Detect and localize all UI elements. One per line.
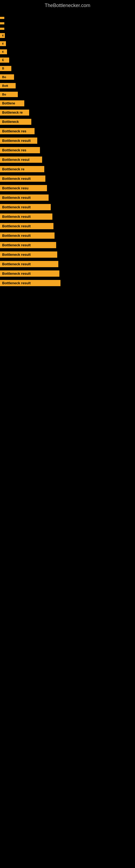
bottleneck-label: Bottleneck re	[0, 166, 44, 172]
list-item: Bottleneck result	[0, 136, 135, 145]
list-item: Bottleneck result	[0, 278, 135, 288]
bottleneck-label: E	[0, 33, 5, 38]
list-item: Bottleneck re	[0, 108, 135, 117]
list-item: Bottleneck result	[0, 193, 135, 203]
bottleneck-label: Bottleneck result	[0, 176, 45, 182]
list-item: Bottleneck re	[0, 164, 135, 174]
list-item: Bottleneck result	[0, 231, 135, 240]
bottleneck-label: E	[0, 58, 9, 63]
list-item: Bottleneck result	[0, 221, 135, 231]
list-item: Bottleneck	[0, 117, 135, 126]
bottleneck-label: Bottleneck result	[0, 280, 60, 286]
list-item: Bottleneck result	[0, 212, 135, 221]
bottleneck-label: Bottleneck result	[0, 194, 49, 201]
bottleneck-label: Bottleneck res	[0, 147, 40, 153]
bottleneck-label: Bottleneck result	[0, 271, 59, 277]
list-item: Bottleneck result	[0, 250, 135, 259]
list-item: Bottleneck result	[0, 240, 135, 250]
bottleneck-label: Bottleneck result	[0, 214, 52, 220]
bottleneck-label: E	[0, 50, 7, 54]
list-item: Bottleneck result	[0, 203, 135, 212]
bottleneck-label: Bottlene	[0, 100, 24, 106]
list-item: Bottleneck res	[0, 126, 135, 136]
bottleneck-label: Bottleneck	[0, 119, 31, 125]
bottleneck-label: Bottleneck result	[0, 251, 57, 258]
bottleneck-label: Bottleneck result	[0, 204, 51, 210]
list-item: Bottleneck res	[0, 145, 135, 155]
list-item: B	[0, 64, 135, 73]
bottleneck-label: Bottleneck result	[0, 261, 58, 267]
bottleneck-label: E	[0, 41, 6, 46]
bottleneck-label: Bottleneck result	[0, 137, 37, 144]
list-item: Bottleneck resul	[0, 155, 135, 164]
list-item: Bottleneck resu	[0, 183, 135, 193]
bottleneck-label: Bott	[0, 83, 16, 88]
list-item: Bottlene	[0, 99, 135, 108]
bottleneck-label: Bo	[0, 74, 14, 80]
bottleneck-label: Bottleneck result	[0, 232, 54, 239]
bottleneck-label: Bottleneck re	[0, 110, 29, 116]
list-item	[0, 21, 135, 26]
list-item: E	[0, 40, 135, 48]
list-item	[0, 15, 135, 21]
list-item: E	[0, 56, 135, 64]
list-item	[0, 26, 135, 31]
list-item: Bottleneck result	[0, 269, 135, 278]
list-item: Bo	[0, 90, 135, 99]
list-item: Bottleneck result	[0, 259, 135, 269]
list-item: E	[0, 31, 135, 40]
bottleneck-label: Bottleneck result	[0, 242, 56, 248]
bottleneck-label: Bottleneck resu	[0, 185, 47, 191]
bottleneck-label	[0, 28, 4, 30]
bottleneck-label	[0, 17, 4, 19]
bottleneck-label: Bo	[0, 92, 18, 97]
list-item: Bottleneck result	[0, 174, 135, 183]
bottleneck-label: B	[0, 66, 11, 71]
site-title: TheBottlenecker.com	[0, 0, 135, 10]
list-item: Bo	[0, 73, 135, 82]
items-container: EEEEBBoBottBoBottleneBottleneck reBottle…	[0, 10, 135, 288]
bottleneck-label: Bottleneck result	[0, 223, 53, 229]
list-item: E	[0, 48, 135, 56]
bottleneck-label	[0, 22, 4, 24]
list-item: Bott	[0, 82, 135, 90]
bottleneck-label: Bottleneck res	[0, 128, 35, 134]
bottleneck-label: Bottleneck resul	[0, 156, 42, 163]
